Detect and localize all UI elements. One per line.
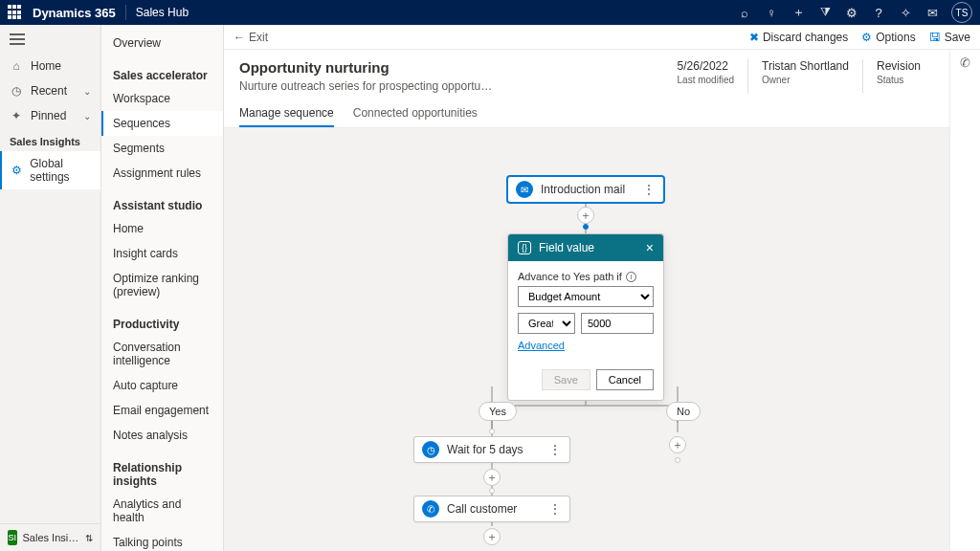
meta-status: RevisionStatus — [862, 59, 934, 93]
save-button: Save — [542, 369, 590, 390]
subnav-overview[interactable]: Overview — [101, 25, 223, 55]
subnav-group: Sales accelerator — [101, 55, 223, 86]
filter-icon[interactable]: ⧩ — [812, 5, 838, 20]
node-call-customer[interactable]: ✆ Call customer ⋮ — [413, 496, 570, 522]
node-more-icon[interactable]: ⋮ — [633, 182, 656, 197]
subnav-analytics-health[interactable]: Analytics and health — [101, 492, 223, 530]
node-more-icon[interactable]: ⋮ — [539, 442, 562, 457]
clock-icon: ◷ — [10, 84, 23, 98]
exit-button[interactable]: ←Exit — [234, 31, 268, 44]
node-label: Introduction mail — [541, 183, 625, 196]
search-icon[interactable]: ⌕ — [731, 6, 758, 20]
nav-recent[interactable]: ◷Recent⌄ — [0, 78, 100, 103]
subnav-conversation-intelligence[interactable]: Conversation intelligence — [101, 335, 223, 373]
cancel-button[interactable]: Cancel — [596, 369, 654, 390]
braces-icon: {} — [518, 241, 531, 254]
phone-icon: ✆ — [422, 500, 439, 518]
no-chip[interactable]: No — [666, 402, 701, 421]
record-header: Opportunity nurturing Nurture outreach s… — [224, 50, 949, 93]
nav-home[interactable]: ⌂Home — [0, 54, 100, 78]
subnav-insight-cards[interactable]: Insight cards — [101, 241, 223, 266]
back-arrow-icon: ← — [234, 31, 245, 44]
brand-label: Dynamics 365 — [33, 6, 116, 20]
record-tabs: Manage sequence Connected opportunities — [224, 100, 949, 128]
yes-chip[interactable]: Yes — [479, 402, 517, 421]
info-icon[interactable]: i — [626, 272, 636, 282]
node-introduction-mail[interactable]: ✉ Introduction mail ⋮ — [507, 176, 664, 203]
add-step-button[interactable]: ＋ — [577, 207, 594, 224]
subnav-sequences[interactable]: Sequences — [101, 111, 223, 136]
node-wait[interactable]: ◷ Wait for 5 days ⋮ — [413, 436, 570, 463]
card-header: {} Field value × — [508, 234, 663, 261]
help-icon[interactable]: ? — [865, 6, 892, 20]
command-bar: ←Exit ✖Discard changes ⚙Options 🖫Save — [224, 25, 980, 50]
lightbulb-icon[interactable]: ♀ — [758, 6, 785, 20]
subnav-email-engagement[interactable]: Email engagement — [101, 398, 223, 423]
settings-subnav: Overview Sales accelerator Workspace Seq… — [101, 25, 224, 551]
save-command-button[interactable]: 🖫Save — [929, 31, 970, 44]
updown-icon: ⇅ — [85, 533, 93, 543]
subnav-group: Relationship insights — [101, 448, 223, 492]
options-button[interactable]: ⚙Options — [861, 31, 915, 44]
subnav-notes-analysis[interactable]: Notes analysis — [101, 423, 223, 448]
card-title: Field value — [539, 241, 594, 254]
clock-icon: ◷ — [422, 441, 439, 458]
primary-nav: ⌂Home ◷Recent⌄ ✦Pinned⌄ Sales Insights ⚙… — [0, 25, 101, 551]
tab-connected-opportunities[interactable]: Connected opportunities — [353, 100, 478, 127]
tab-manage-sequence[interactable]: Manage sequence — [239, 100, 334, 127]
nav-pinned[interactable]: ✦Pinned⌄ — [0, 103, 100, 128]
phone-rail-icon[interactable]: ✆ — [960, 55, 970, 70]
close-icon[interactable]: × — [646, 240, 654, 255]
discard-changes-button[interactable]: ✖Discard changes — [749, 31, 848, 44]
subnav-assistant-home[interactable]: Home — [101, 216, 223, 241]
add-step-button[interactable]: ＋ — [483, 528, 501, 545]
add-icon[interactable]: ＋ — [785, 4, 812, 21]
assistant-icon[interactable]: ✧ — [892, 6, 919, 20]
nav-global-settings[interactable]: ⚙Global settings — [0, 151, 100, 189]
options-icon: ⚙ — [861, 31, 872, 44]
operator-select[interactable]: Greater … — [518, 313, 575, 334]
connector-knob — [489, 488, 495, 494]
advanced-link[interactable]: Advanced — [518, 340, 565, 351]
subnav-talking-points[interactable]: Talking points — [101, 530, 223, 551]
subnav-workspace[interactable]: Workspace — [101, 86, 223, 111]
settings-icon[interactable]: ⚙ — [838, 6, 865, 20]
menu-toggle-icon[interactable] — [0, 25, 100, 54]
add-step-button[interactable]: ＋ — [483, 469, 501, 486]
sequence-canvas[interactable]: ✉ Introduction mail ⋮ ＋ {} Field value × — [224, 128, 949, 551]
content-area: ←Exit ✖Discard changes ⚙Options 🖫Save Op… — [224, 25, 980, 551]
email-icon: ✉ — [516, 181, 533, 198]
node-label: Wait for 5 days — [447, 443, 523, 456]
connector-knob — [489, 429, 495, 434]
save-icon: 🖫 — [929, 31, 941, 44]
meta-last-modified: 5/26/2022Last modified — [664, 59, 747, 93]
area-badge-icon: SI — [8, 530, 17, 545]
topbar-divider — [125, 5, 126, 20]
subnav-optimize-ranking[interactable]: Optimize ranking (preview) — [101, 266, 223, 304]
chat-icon[interactable]: ✉ — [919, 6, 946, 20]
discard-icon: ✖ — [749, 31, 759, 44]
page-subtitle: Nurture outreach series for prospecting … — [239, 79, 492, 93]
subnav-auto-capture[interactable]: Auto capture — [101, 373, 223, 398]
subnav-assignment-rules[interactable]: Assignment rules — [101, 161, 223, 186]
node-more-icon[interactable]: ⋮ — [539, 501, 562, 517]
user-avatar[interactable]: TS — [951, 2, 972, 23]
right-rail: ✆ — [949, 50, 980, 551]
nav-section-label: Sales Insights — [0, 128, 100, 151]
gear-icon: ⚙ — [11, 164, 22, 177]
area-switcher[interactable]: SI Sales Insights sett… ⇅ — [0, 523, 100, 551]
connector-knob — [675, 457, 680, 463]
app-name: Sales Hub — [136, 6, 189, 19]
page-title: Opportunity nurturing — [239, 59, 492, 76]
home-icon: ⌂ — [10, 59, 23, 73]
subnav-segments[interactable]: Segments — [101, 136, 223, 161]
meta-owner: Tristan ShortlandOwner — [747, 59, 862, 93]
app-launcher-icon[interactable] — [8, 5, 23, 20]
subnav-group: Productivity — [101, 304, 223, 335]
field-value-card: {} Field value × Advance to Yes path if … — [507, 233, 664, 401]
connector-knob — [583, 224, 589, 230]
pin-icon: ✦ — [10, 109, 23, 122]
value-input[interactable] — [581, 313, 654, 334]
field-select[interactable]: Budget Amount — [518, 286, 654, 307]
add-step-button[interactable]: ＋ — [669, 436, 686, 453]
